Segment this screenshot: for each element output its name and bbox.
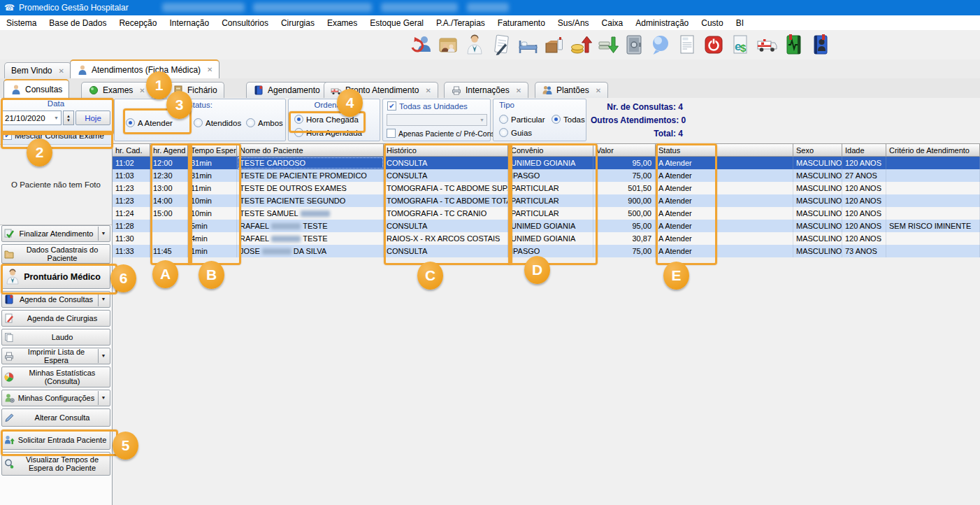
column-header-nome-do-paciente[interactable]: Nome do Paciente bbox=[237, 143, 384, 157]
unit-select[interactable]: ▼ bbox=[387, 114, 487, 126]
agenda-de-consultas-button[interactable]: Agenda de Consultas▼ bbox=[1, 291, 110, 308]
close-icon[interactable]: ✕ bbox=[596, 87, 601, 94]
toolbar-e-billing-button[interactable]: e$ bbox=[727, 32, 754, 57]
column-header-historico[interactable]: Histórico bbox=[384, 143, 508, 157]
column-header-tempo-espera[interactable]: Tempo Espera bbox=[188, 143, 237, 157]
subtab-exames[interactable]: Exames✕ bbox=[81, 82, 152, 98]
button-label: Minhas Configurações bbox=[16, 394, 96, 402]
ordenacao-radio-hora-agendada[interactable]: Hora Agendada bbox=[294, 128, 362, 137]
finalizar-atendimento-button[interactable]: Finalizar Atendimento▼ bbox=[1, 225, 110, 242]
toolbar-contacts-book-button[interactable] bbox=[807, 32, 833, 57]
menu-item-sistema[interactable]: Sistema bbox=[0, 17, 43, 29]
alterar-consulta-button[interactable]: Alterar Consulta bbox=[1, 408, 110, 427]
merge-consulta-exame-checkbox[interactable]: ✔ Mesclar Consulta Exame bbox=[3, 131, 104, 140]
toolbar-user-sync-button[interactable] bbox=[408, 32, 435, 57]
column-header-status[interactable]: Status bbox=[656, 143, 793, 157]
tab-atendimentos-ficha-medica[interactable]: Atendimentos (Ficha Médica)✕ bbox=[70, 59, 219, 78]
menu-item-consultorios[interactable]: Consultórios bbox=[215, 17, 275, 29]
button-label: Visualizar Tempos de Espera do Paciente bbox=[16, 455, 108, 472]
dados-cadastrais-do-paciente-button[interactable]: Dados Cadastrais do Paciente bbox=[1, 244, 110, 264]
cell-tempo_espera: 1min bbox=[188, 245, 237, 257]
menu-item-faturamento[interactable]: Faturamento bbox=[491, 17, 552, 29]
agenda-de-cirurgias-button[interactable]: Agenda de Cirurgias bbox=[1, 310, 110, 327]
cell-sexo: MASCULINO bbox=[793, 194, 842, 207]
toolbar-finance-down-button[interactable] bbox=[594, 32, 621, 57]
cell-convenio: IPASGO bbox=[508, 245, 593, 257]
column-header-convenio[interactable]: Convênio bbox=[508, 143, 593, 157]
column-header-valor[interactable]: Valor bbox=[593, 143, 656, 157]
tab-bem-vindo[interactable]: Bem Vindo✕ bbox=[4, 62, 71, 78]
close-icon[interactable]: ✕ bbox=[425, 87, 431, 94]
visualizar-tempos-de-espera-do-paciente-button[interactable]: Visualizar Tempos de Espera do Paciente bbox=[1, 452, 110, 476]
menu-item-recepcao[interactable]: Recepção bbox=[113, 17, 163, 29]
table-row[interactable]: 11:285minRAFAELTESTECONSULTAUNIMED GOIAN… bbox=[113, 220, 980, 232]
menu-item-estoque-geral[interactable]: Estoque Geral bbox=[363, 17, 430, 29]
toolbar-patients-archive-button[interactable] bbox=[435, 32, 461, 57]
prontuario-medico-button[interactable]: Prontuário Médico bbox=[1, 265, 110, 289]
subtab-plantoes[interactable]: Plantões✕ bbox=[535, 82, 608, 98]
menu-item-cirurgias[interactable]: Cirurgias bbox=[275, 17, 321, 29]
table-row[interactable]: 11:304minRAFAELTESTERAIOS-X - RX ARCOS C… bbox=[113, 232, 980, 245]
column-header-idade[interactable]: Idade bbox=[842, 143, 886, 157]
split-dropdown-arrow[interactable]: ▼ bbox=[98, 227, 108, 241]
menu-item-administracao[interactable]: Administração bbox=[629, 17, 695, 29]
toolbar-hospital-bed-button[interactable] bbox=[514, 32, 541, 57]
close-icon[interactable]: ✕ bbox=[516, 87, 521, 94]
cell-idade: 120 ANOS bbox=[842, 232, 886, 245]
split-dropdown-arrow[interactable]: ▼ bbox=[98, 292, 108, 306]
toolbar-chat-bubble-button[interactable] bbox=[647, 32, 674, 57]
all-units-checkbox[interactable]: ✔ Todas as Unidades bbox=[387, 101, 468, 111]
today-button[interactable]: Hoje bbox=[75, 111, 110, 125]
date-input[interactable]: 21/10/2020 ▼ bbox=[2, 111, 62, 125]
radio-icon bbox=[126, 118, 135, 127]
column-header-sexo[interactable]: Sexo bbox=[793, 143, 842, 157]
toolbar-invoice-button[interactable] bbox=[674, 32, 700, 57]
cell-valor: 900,00 bbox=[593, 194, 656, 207]
table-row[interactable]: 11:0212:0031minTESTE CARDOSOCONSULTAUNIM… bbox=[113, 157, 980, 169]
imprimir-lista-de-espera-button[interactable]: Imprimir Lista de Espera▼ bbox=[1, 348, 110, 364]
split-dropdown-arrow[interactable]: ▼ bbox=[98, 391, 108, 405]
tipo-radio-todas[interactable]: Todas bbox=[552, 115, 585, 124]
pre-consulta-checkbox[interactable]: Apenas Paciente c/ Pré-Consulta bbox=[387, 129, 507, 138]
menu-item-sus-ans[interactable]: Sus/Ans bbox=[552, 17, 596, 29]
menu-item-p-a-terapias[interactable]: P.A./Terapias bbox=[430, 17, 491, 29]
toolbar-power-button[interactable] bbox=[700, 32, 727, 57]
table-row[interactable]: 11:3311:451minJOSEDA SILVACONSULTAIPASGO… bbox=[113, 245, 980, 257]
tipo-radio-guias[interactable]: Guias bbox=[499, 128, 532, 137]
toolbar-medical-record-button[interactable] bbox=[488, 32, 514, 57]
toolbar-safe-vault-button[interactable] bbox=[621, 32, 647, 57]
solicitar-entrada-paciente-button[interactable]: Solicitar Entrada Paciente bbox=[1, 430, 110, 450]
subtab-internacoes[interactable]: Internações✕ bbox=[444, 82, 528, 98]
status-radio-a-atender[interactable]: A Atender bbox=[126, 118, 173, 127]
menu-item-internacao[interactable]: Internação bbox=[163, 17, 215, 29]
toolbar-stock-supplies-button[interactable] bbox=[541, 32, 568, 57]
menu-item-base-de-dados[interactable]: Base de Dados bbox=[43, 17, 113, 29]
column-header-hr-agend[interactable]: hr. Agend bbox=[150, 143, 188, 157]
table-row[interactable]: 11:2313:0011minTESTE DE OUTROS EXAMESTOM… bbox=[113, 182, 980, 194]
close-icon[interactable]: ✕ bbox=[58, 67, 64, 75]
subtab-consultas[interactable]: Consultas bbox=[3, 79, 69, 98]
close-icon[interactable]: ✕ bbox=[207, 66, 212, 73]
status-radio-atendidos[interactable]: Atendidos bbox=[194, 118, 241, 127]
laudo-button[interactable]: Laudo bbox=[1, 329, 110, 346]
date-spinner[interactable]: ▲▼ bbox=[63, 111, 74, 125]
table-row[interactable]: 11:2415:0010minTESTE SAMUELTOMOGRAFIA - … bbox=[113, 207, 980, 220]
toolbar-doctor-button[interactable] bbox=[461, 32, 488, 57]
menu-item-bi[interactable]: BI bbox=[730, 17, 750, 29]
split-dropdown-arrow[interactable]: ▼ bbox=[98, 349, 108, 363]
menu-item-exames[interactable]: Exames bbox=[321, 17, 363, 29]
close-icon[interactable]: ✕ bbox=[139, 87, 145, 94]
column-header-criterio-de-atendimento[interactable]: Critério de Atendimento bbox=[886, 143, 980, 157]
minhas-estatisticas-consulta-button[interactable]: Minhas Estatísticas (Consulta) bbox=[1, 367, 110, 387]
status-radio-ambos[interactable]: Ambos bbox=[246, 118, 283, 127]
table-row[interactable]: 11:2314:0010minTESTE PACIENTE SEGUNDOTOM… bbox=[113, 194, 980, 207]
column-header-hr-cad[interactable]: hr. Cad. bbox=[113, 143, 150, 157]
toolbar-ambulance-button[interactable] bbox=[754, 32, 780, 57]
table-row[interactable]: 11:0312:3031minTESTE DE PACIENTE PROMEDI… bbox=[113, 169, 980, 182]
toolbar-finance-up-button[interactable] bbox=[568, 32, 594, 57]
toolbar-health-book-button[interactable] bbox=[780, 32, 807, 57]
tipo-radio-particular[interactable]: Particular bbox=[499, 115, 545, 124]
minhas-configuracoes-button[interactable]: Minhas Configurações▼ bbox=[1, 390, 110, 406]
menu-item-custo[interactable]: Custo bbox=[695, 17, 729, 29]
menu-item-caixa[interactable]: Caixa bbox=[596, 17, 630, 29]
